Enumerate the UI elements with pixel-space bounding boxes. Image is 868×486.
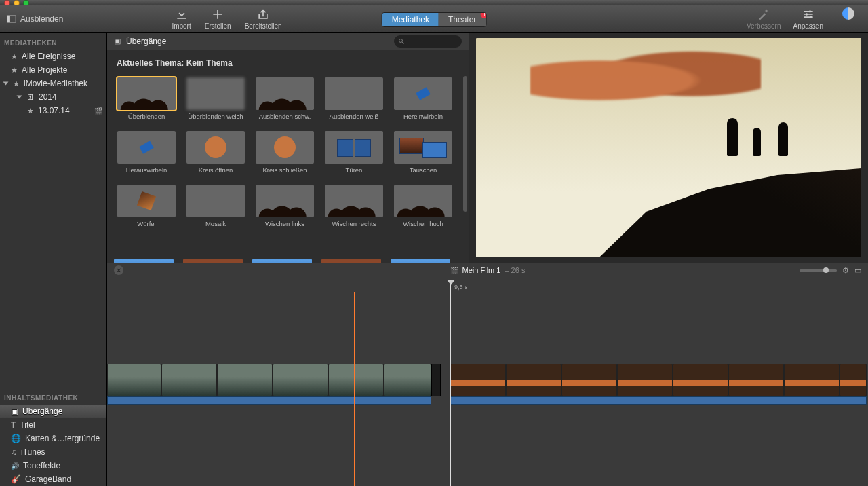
transition-thumbnail <box>394 131 452 164</box>
toolbar-actions: Import Erstellen Bereitstellen <box>172 7 281 30</box>
svg-point-5 <box>399 39 403 42</box>
sidebar: MEDIATHEKEN Alle Ereignisse Alle Projekt… <box>0 33 107 486</box>
transition-hereinwirbeln[interactable]: Hereinwirbeln <box>393 77 453 120</box>
event-icon <box>27 106 34 115</box>
timeline-clip[interactable] <box>107 364 161 396</box>
guitar-icon: 🎸 <box>11 474 21 484</box>
timeline-clip[interactable] <box>673 364 728 396</box>
window-titlebar <box>0 0 868 5</box>
transition-ausblenden-schw[interactable]: Ausblenden schw. <box>255 77 315 120</box>
timeline-audio[interactable] <box>107 396 431 405</box>
sidebar-item-event[interactable]: 13.07.14 <box>0 104 106 117</box>
transition-wischen-hoch[interactable]: Wischen hoch <box>393 185 453 227</box>
search-field[interactable] <box>394 35 462 48</box>
clapboard-icon <box>94 106 102 115</box>
timeline-clip[interactable] <box>450 364 506 396</box>
transition-ausblenden-weiss[interactable]: Ausblenden weiß <box>324 77 384 120</box>
sidebar-item-titles[interactable]: Titel <box>0 418 106 432</box>
sidebar-item-maps[interactable]: 🌐Karten &…tergründe <box>0 432 106 445</box>
transition-placeholder[interactable] <box>431 364 441 396</box>
sidebar-item-all-projects[interactable]: Alle Projekte <box>0 63 106 77</box>
transition-thumbnail <box>256 131 314 164</box>
timeline-clip[interactable] <box>217 364 273 396</box>
svg-point-4 <box>810 16 812 18</box>
create-button[interactable]: Erstellen <box>205 7 231 30</box>
timeline-clip[interactable] <box>161 364 217 396</box>
transition-wischen-rechts[interactable]: Wischen rechts <box>324 185 384 227</box>
timeline-body[interactable]: 9,5 s <box>107 277 868 486</box>
transition-thumbnail <box>117 77 176 110</box>
timeline-clip[interactable] <box>328 364 384 396</box>
transition-mosaik[interactable]: Mosaik <box>186 185 245 227</box>
timeline-close-button[interactable]: ✕ <box>114 265 123 275</box>
playhead[interactable] <box>450 284 451 486</box>
timeline-clip[interactable] <box>561 364 617 396</box>
toggle-sidebar-label: Ausblenden <box>20 14 63 24</box>
svg-point-3 <box>806 13 808 15</box>
sidebar-item-imovie-library[interactable]: iMovie-Mediathek <box>0 77 106 90</box>
toolbar-right: Verbessern Anpassen <box>747 7 861 30</box>
transitions-icon: ▣ <box>11 407 18 416</box>
preview-frame[interactable] <box>476 38 861 257</box>
clip-appearance-icon[interactable]: ▭ <box>854 266 861 275</box>
transition-kreis-oeffnen[interactable]: Kreis öffnen <box>186 131 245 174</box>
tab-theater[interactable]: Theater 1 <box>439 13 486 26</box>
sidebar-item-soundeffects[interactable]: Toneffekte <box>0 459 106 472</box>
transition-uberblenden[interactable]: Überblenden <box>117 77 176 120</box>
sidebar-item-all-events[interactable]: Alle Ereignisse <box>0 50 106 63</box>
tab-library[interactable]: Mediathek <box>382 13 439 26</box>
playhead-time-label: 9,5 s <box>454 284 468 291</box>
transition-tueren[interactable]: Türen <box>324 131 384 174</box>
timeline-clip[interactable] <box>617 364 673 396</box>
transition-tauschen[interactable]: Tauschen <box>393 131 453 174</box>
timeline-clip[interactable] <box>784 364 840 396</box>
zoom-slider[interactable] <box>800 269 837 272</box>
timeline-clip[interactable] <box>273 364 328 396</box>
transition-label: Würfel <box>137 220 155 227</box>
disclosure-triangle-icon[interactable] <box>3 82 9 86</box>
transition-thumbnail <box>186 185 245 217</box>
timeline-clip[interactable] <box>840 364 867 396</box>
timeline-clip[interactable] <box>384 364 431 396</box>
disclosure-triangle-icon[interactable] <box>17 96 22 99</box>
transition-wuerfel[interactable]: Würfel <box>117 185 176 227</box>
toggle-sidebar-button[interactable]: Ausblenden <box>7 14 63 24</box>
preview-viewer <box>469 33 868 263</box>
activity-indicator[interactable] <box>835 7 861 30</box>
imovie-library-label: iMovie-Mediathek <box>24 79 87 88</box>
enhance-button[interactable]: Verbessern <box>747 7 781 30</box>
all-events-label: Alle Ereignisse <box>22 52 75 61</box>
theater-badge: 1 <box>480 12 486 18</box>
sidebar-item-transitions[interactable]: ▣Übergänge <box>0 405 106 418</box>
settings-icon[interactable]: ⚙ <box>842 266 849 275</box>
search-input[interactable] <box>408 37 455 45</box>
sidebar-item-garageband[interactable]: 🎸GarageBand <box>0 472 106 486</box>
all-projects-label: Alle Projekte <box>22 65 67 75</box>
sidebar-header-content: INHALTSMEDIATHEK <box>0 388 106 405</box>
transition-thumbnail <box>117 131 176 164</box>
timeline-audio[interactable] <box>450 396 867 405</box>
transition-kreis-schliessen[interactable]: Kreis schließen <box>255 131 315 174</box>
sidebar-item-itunes[interactable]: iTunes <box>0 445 106 459</box>
transition-label: Tauschen <box>410 166 437 174</box>
transition-label: Kreis öffnen <box>199 166 233 174</box>
preview-figure <box>778 122 788 156</box>
import-button[interactable]: Import <box>172 7 191 30</box>
share-button[interactable]: Bereitstellen <box>245 7 282 30</box>
browser-scrollbar[interactable] <box>463 76 467 212</box>
timeline: ✕ Mein Film 1 – 26 s ⚙ ▭ 9,5 s <box>107 263 868 486</box>
browser-subhead: Aktuelles Thema: Kein Thema <box>107 50 469 73</box>
timeline-clip[interactable] <box>506 364 561 396</box>
speaker-icon <box>11 461 19 470</box>
skimmer-playhead[interactable] <box>354 292 355 486</box>
transition-herauswirbeln[interactable]: Herauswirbeln <box>117 131 176 174</box>
transition-wischen-links[interactable]: Wischen links <box>255 185 315 227</box>
transition-uberblenden-weich[interactable]: Überblenden weich <box>186 77 245 120</box>
maps-label: Karten &…tergründe <box>25 434 100 443</box>
sidebar-item-year[interactable]: 🗓2014 <box>0 90 106 104</box>
create-label: Erstellen <box>205 22 231 30</box>
adjust-button[interactable]: Anpassen <box>793 7 823 30</box>
transition-thumbnail <box>325 185 383 217</box>
transition-label: Hereinwirbeln <box>403 113 443 120</box>
timeline-clip[interactable] <box>728 364 784 396</box>
